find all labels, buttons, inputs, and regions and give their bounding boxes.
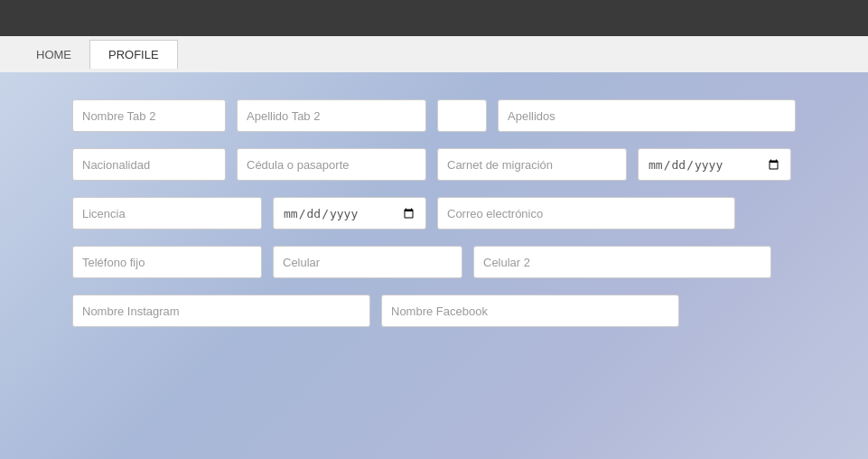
extra-input[interactable] xyxy=(437,99,487,132)
top-bar xyxy=(0,0,868,36)
fecha-licencia-input[interactable] xyxy=(273,197,426,230)
nav-bar: HOME PROFILE xyxy=(0,36,868,72)
nav-profile[interactable]: PROFILE xyxy=(89,40,178,69)
licencia-input[interactable] xyxy=(72,197,262,230)
form-row-5 xyxy=(72,295,796,327)
nombre-tab2-input[interactable] xyxy=(72,99,226,132)
form-row-3 xyxy=(72,197,796,230)
apellidos-input[interactable] xyxy=(498,99,796,132)
celular-input[interactable] xyxy=(273,246,462,278)
nacionalidad-input[interactable] xyxy=(72,148,226,181)
cedula-input[interactable] xyxy=(237,148,426,181)
carnet-input[interactable] xyxy=(437,148,627,181)
correo-input[interactable] xyxy=(437,197,735,230)
instagram-input[interactable] xyxy=(72,295,370,327)
facebook-input[interactable] xyxy=(381,295,679,327)
form-row-4 xyxy=(72,246,796,278)
form-row-2 xyxy=(72,148,796,181)
apellido-tab2-input[interactable] xyxy=(237,99,426,132)
celular2-input[interactable] xyxy=(473,246,771,278)
nav-home[interactable]: HOME xyxy=(18,41,89,69)
telefono-fijo-input[interactable] xyxy=(72,246,262,278)
form-row-1 xyxy=(72,99,796,132)
main-content xyxy=(0,72,868,459)
fecha-nacimiento-input[interactable] xyxy=(638,148,791,181)
